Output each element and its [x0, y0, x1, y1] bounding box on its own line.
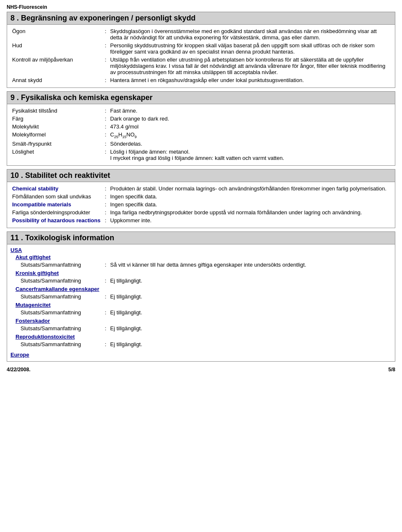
label-kontroll: Kontroll av miljöpåverkan: [10, 56, 103, 76]
colon-farliga: :: [103, 208, 108, 216]
value-ogon: Skyddsglasögon i överensstämmelse med en…: [108, 27, 392, 41]
colon-kronisk-slutsats: :: [103, 277, 108, 285]
field-molekylvikt: Molekylvikt : 473.4 g/mol: [10, 123, 392, 131]
section8-table: Ögon : Skyddsglasögon i överensstämmelse…: [10, 27, 392, 84]
label-farliga: Farliga sönderdelningsprodukter: [10, 208, 103, 216]
field-muta-slutsats: Slutsats/Sammanfattning : Ej tillgänglig…: [10, 308, 392, 316]
repro-heading-row: Reproduktionstoxicitet: [10, 334, 392, 340]
label-akut-slutsats: Slutsats/Sammanfattning: [10, 261, 103, 269]
section9-header: 9 . Fysikaliska och kemiska egenskaper: [7, 91, 395, 104]
label-fysikaliskt: Fysikaliskt tillstånd: [10, 107, 103, 115]
field-ogon: Ögon : Skyddsglasögon i överensstämmelse…: [10, 27, 392, 41]
label-muta-slutsats: Slutsats/Sammanfattning: [10, 308, 103, 316]
value-forhallanden: Ingen specifik data.: [108, 193, 392, 200]
cancer-heading-row: Cancerframkallande egenskaper: [10, 286, 392, 292]
section8-body: Ögon : Skyddsglasögon i överensstämmelse…: [7, 25, 395, 88]
value-farliga: Inga farliga nedbrytningsprodukter borde…: [108, 208, 392, 216]
label-farg: Färg: [10, 115, 103, 123]
colon-annat: :: [103, 76, 108, 84]
section8-number: 8 .: [10, 14, 19, 22]
colon-hud: :: [103, 41, 108, 56]
field-hud: Hud : Personlig skyddsutrustning för kro…: [10, 41, 392, 56]
colon-ogon: :: [103, 27, 108, 41]
value-farg: Dark orange to dark red.: [108, 115, 392, 123]
colon-forhallanden: :: [103, 193, 108, 200]
section10-table: Chemical stability : Produkten är stabil…: [10, 185, 392, 224]
value-foster-slutsats: Ej tillgängligt.: [108, 324, 392, 332]
value-cancer-slutsats: Ej tillgängligt.: [108, 293, 392, 301]
colon-smalt: :: [103, 140, 108, 148]
label-chemical-stability: Chemical stability: [10, 185, 103, 193]
colon-chemical-stability: :: [103, 185, 108, 193]
akut-table: Slutsats/Sammanfattning : Så vitt vi kän…: [10, 261, 392, 269]
colon-molekylvikt: :: [103, 123, 108, 131]
value-loslighet: Löslig i följande ämnen: metanol.I mycke…: [108, 148, 392, 162]
label-possibility: Possibility of hazardous reactions: [10, 216, 103, 224]
field-cancer-slutsats: Slutsats/Sammanfattning : Ej tillgänglig…: [10, 293, 392, 301]
label-incompatible: Incompatible materials: [10, 200, 103, 208]
europe-heading[interactable]: Europe: [10, 352, 29, 358]
akut-heading: Akut giftighet: [15, 254, 51, 260]
section11-title: Toxikologisk information: [25, 234, 114, 242]
label-ogon: Ögon: [10, 27, 103, 41]
foster-heading: Fosterskador: [15, 318, 50, 324]
section10-title: Stabilitet och reaktivitet: [25, 171, 110, 180]
value-smalt: Sönderdelas.: [108, 140, 392, 148]
field-forhallanden: Förhållanden som skall undvikas : Ingen …: [10, 193, 392, 200]
usa-heading-row: USA: [10, 247, 392, 253]
colon-foster-slutsats: :: [103, 324, 108, 332]
label-smalt: Smält-/fryspunkt: [10, 140, 103, 148]
field-possibility: Possibility of hazardous reactions : Upp…: [10, 216, 392, 224]
field-fysikaliskt: Fysikaliskt tillstånd : Fast ämne.: [10, 107, 392, 115]
section9-table: Fysikaliskt tillstånd : Fast ämne. Färg …: [10, 107, 392, 162]
value-repro-slutsats: Ej tillgängligt.: [108, 340, 392, 348]
section9-title: Fysikaliska och kemiska egenskaper: [21, 93, 152, 102]
foster-heading-row: Fosterskador: [10, 318, 392, 324]
repro-table: Slutsats/Sammanfattning : Ej tillgänglig…: [10, 340, 392, 348]
section10-header: 10 . Stabilitet och reaktivitet: [7, 169, 395, 182]
value-possibility: Uppkommer inte.: [108, 216, 392, 224]
value-molekylvikt: 473.4 g/mol: [108, 123, 392, 131]
value-hud: Personlig skyddsutrustning för kroppen s…: [108, 41, 392, 56]
section11-number: 11 .: [10, 234, 23, 242]
value-akut-slutsats: Så vitt vi känner till har detta ämnes g…: [108, 261, 392, 269]
label-hud: Hud: [10, 41, 103, 56]
muta-table: Slutsats/Sammanfattning : Ej tillgänglig…: [10, 308, 392, 316]
field-akut-slutsats: Slutsats/Sammanfattning : Så vitt vi kän…: [10, 261, 392, 269]
europe-heading-row: Europe: [10, 352, 392, 358]
field-farg: Färg : Dark orange to dark red.: [10, 115, 392, 123]
value-kronisk-slutsats: Ej tillgängligt.: [108, 277, 392, 285]
field-repro-slutsats: Slutsats/Sammanfattning : Ej tillgänglig…: [10, 340, 392, 348]
kronisk-table: Slutsats/Sammanfattning : Ej tillgänglig…: [10, 277, 392, 285]
value-muta-slutsats: Ej tillgängligt.: [108, 308, 392, 316]
colon-loslighet: :: [103, 148, 108, 162]
label-cancer-slutsats: Slutsats/Sammanfattning: [10, 293, 103, 301]
field-incompatible: Incompatible materials : Ingen specifik …: [10, 200, 392, 208]
colon-molekylformel: :: [103, 131, 108, 140]
label-repro-slutsats: Slutsats/Sammanfattning: [10, 340, 103, 348]
colon-kontroll: :: [103, 56, 108, 76]
colon-repro-slutsats: :: [103, 340, 108, 348]
muta-heading: Mutagenicitet: [15, 302, 51, 308]
section9-body: Fysikaliskt tillstånd : Fast ämne. Färg …: [7, 104, 395, 166]
section11-body: USA Akut giftighet Slutsats/Sammanfattni…: [7, 244, 395, 362]
cancer-heading: Cancerframkallande egenskaper: [15, 286, 99, 292]
value-annat: Hantera ämnet i en rökgashuv/dragskåp el…: [108, 76, 392, 84]
field-loslighet: Löslighet : Löslig i följande ämnen: met…: [10, 148, 392, 162]
section10-number: 10 .: [10, 171, 23, 180]
doc-title: NHS-Fluorescein: [7, 4, 395, 10]
colon-cancer-slutsats: :: [103, 293, 108, 301]
field-foster-slutsats: Slutsats/Sammanfattning : Ej tillgänglig…: [10, 324, 392, 332]
section8-header: 8 . Begränsning av exponeringen / person…: [7, 12, 395, 25]
colon-akut-slutsats: :: [103, 261, 108, 269]
label-loslighet: Löslighet: [10, 148, 103, 162]
footer-left: 4/22/2008.: [7, 367, 31, 373]
value-molekylformel: C25H15NO9: [108, 131, 392, 140]
colon-muta-slutsats: :: [103, 308, 108, 316]
field-molekylformel: Molekylformel : C25H15NO9: [10, 131, 392, 140]
section11-header: 11 . Toxikologisk information: [7, 231, 395, 244]
value-chemical-stability: Produkten är stabil. Under normala lagri…: [108, 185, 392, 193]
colon-incompatible: :: [103, 200, 108, 208]
colon-possibility: :: [103, 216, 108, 224]
usa-heading[interactable]: USA: [10, 247, 22, 253]
